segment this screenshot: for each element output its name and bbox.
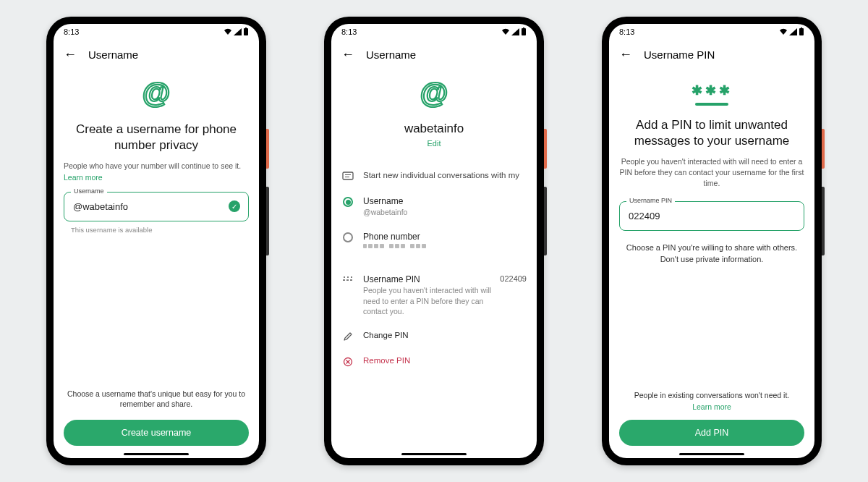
remove-pin-label: Remove PIN	[363, 356, 527, 365]
option-label: Phone number	[363, 232, 527, 242]
option-label: Username	[363, 196, 527, 206]
phone-mockup-2: 8:13 ← Username @ wabetainfo Edit Start …	[324, 17, 544, 465]
pin-input-group: Username PIN	[619, 201, 804, 231]
learn-more-link[interactable]: Learn more	[64, 173, 249, 182]
header: ← Username PIN	[609, 40, 814, 69]
remove-icon	[341, 356, 354, 367]
phone-blurred	[363, 244, 527, 254]
radio-unselected-icon	[343, 232, 353, 242]
home-indicator[interactable]	[679, 453, 744, 455]
statusbar: 8:13	[54, 24, 259, 40]
pin-desc: People you haven't interacted with will …	[363, 285, 491, 316]
username-input-group: Username ✓	[64, 192, 249, 221]
statusbar: 8:13	[331, 24, 537, 40]
battery-icon	[243, 28, 249, 36]
status-time: 8:13	[64, 28, 79, 36]
section-header: Start new individual conversations with …	[363, 171, 527, 179]
pin-asterisks-icon: ✱✱✱	[619, 83, 804, 98]
content: @ Create a username for phone number pri…	[54, 69, 259, 458]
option-phone[interactable]: Phone number	[341, 224, 527, 261]
content: @ wabetainfo Edit Start new individual c…	[331, 69, 537, 458]
pin-underline	[695, 103, 728, 106]
status-time: 8:13	[619, 28, 634, 36]
status-icons	[224, 28, 249, 36]
page-title: Username	[88, 48, 138, 61]
input-label: Username	[71, 187, 107, 195]
home-indicator[interactable]	[124, 453, 189, 455]
svg-text:@: @	[420, 77, 448, 109]
add-pin-button[interactable]: Add PIN	[619, 420, 804, 446]
page-title: Username	[366, 48, 416, 61]
svg-rect-4	[523, 28, 524, 29]
svg-rect-3	[522, 28, 526, 35]
wifi-icon	[779, 28, 788, 35]
status-icons	[501, 28, 527, 36]
change-pin-label: Change PIN	[363, 331, 527, 339]
option-username[interactable]: Username @wabetainfo	[341, 189, 527, 224]
header: ← Username	[331, 40, 537, 69]
main-title: Create a username for phone number priva…	[64, 122, 249, 153]
svg-rect-16	[799, 28, 804, 35]
chat-icon	[341, 171, 354, 182]
radio-selected-icon	[343, 197, 353, 207]
at-icon: @	[64, 77, 249, 113]
phone-mockup-3: 8:13 ← Username PIN ✱✱✱ Add a PIN to lim…	[602, 17, 822, 465]
statusbar: 8:13	[609, 24, 814, 40]
phone-mockup-1: 8:13 ← Username @ Create a username for …	[46, 17, 266, 465]
back-icon[interactable]: ←	[64, 47, 77, 62]
screen-username-settings: 8:13 ← Username @ wabetainfo Edit Start …	[331, 24, 537, 458]
svg-text:@: @	[142, 77, 170, 109]
screen-create-username: 8:13 ← Username @ Create a username for …	[54, 24, 259, 458]
at-icon: @	[341, 77, 527, 113]
pin-value: 022409	[500, 274, 527, 283]
edit-link[interactable]: Edit	[341, 139, 527, 148]
svg-point-9	[344, 276, 345, 278]
signal-icon	[789, 28, 797, 35]
username-display: wabetainfo	[341, 122, 527, 136]
pin-input[interactable]	[619, 201, 804, 231]
remove-pin-row[interactable]: Remove PIN	[341, 349, 527, 374]
username-input[interactable]	[64, 192, 249, 221]
home-indicator[interactable]	[401, 453, 467, 455]
check-icon: ✓	[229, 200, 240, 212]
helper-text: This username is available	[64, 226, 249, 234]
start-conversation-row: Start new individual conversations with …	[341, 164, 527, 189]
back-icon[interactable]: ←	[341, 47, 354, 62]
signal-icon	[511, 28, 519, 35]
create-username-button[interactable]: Create username	[64, 420, 249, 446]
back-icon[interactable]: ←	[619, 47, 632, 62]
battery-icon	[521, 28, 527, 36]
wifi-icon	[501, 28, 510, 35]
change-pin-row[interactable]: Change PIN	[341, 324, 527, 349]
pin-icon	[341, 274, 354, 285]
status-time: 8:13	[341, 28, 357, 36]
status-icons	[779, 28, 804, 36]
svg-point-11	[351, 276, 352, 278]
main-title: Add a PIN to limit unwanted messages to …	[619, 117, 804, 149]
username-pin-row[interactable]: Username PIN People you haven't interact…	[341, 267, 527, 324]
content: ✱✱✱ Add a PIN to limit unwanted messages…	[609, 69, 814, 458]
pin-info: Choose a PIN you're willing to share wit…	[619, 242, 804, 265]
svg-rect-17	[801, 28, 802, 29]
svg-point-10	[347, 276, 349, 278]
option-handle: @wabetainfo	[363, 207, 527, 217]
svg-rect-1	[245, 28, 247, 29]
svg-rect-0	[244, 28, 248, 35]
page-title: Username PIN	[644, 48, 715, 61]
input-label: Username PIN	[626, 197, 675, 204]
header: ← Username	[54, 40, 259, 69]
signal-icon	[234, 28, 242, 35]
pin-title: Username PIN	[363, 274, 491, 284]
battery-icon	[799, 28, 804, 36]
pencil-icon	[341, 331, 354, 342]
bottom-info: Choose a username that's unique but easy…	[64, 389, 249, 410]
learn-more-link[interactable]: Learn more	[619, 402, 804, 411]
screen-username-pin: 8:13 ← Username PIN ✱✱✱ Add a PIN to lim…	[609, 24, 814, 458]
sub-text: People you haven't interacted with will …	[619, 156, 804, 188]
sub-text: People who have your number will continu…	[64, 161, 249, 172]
wifi-icon	[224, 28, 232, 35]
svg-rect-6	[343, 172, 353, 179]
bottom-info: People in existing conversations won't n…	[619, 390, 804, 401]
